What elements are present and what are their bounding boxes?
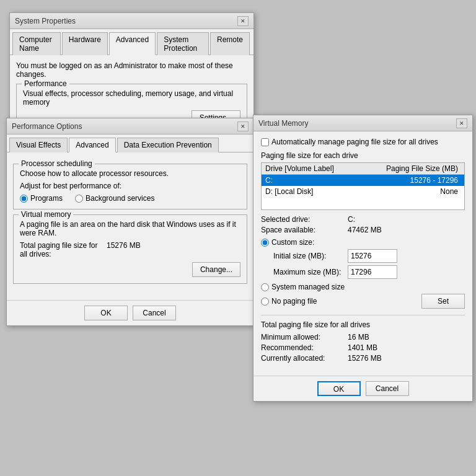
sys-props-close-btn[interactable]: ✕ — [237, 16, 249, 26]
virt-mem-ok-btn[interactable]: OK — [317, 381, 361, 396]
virt-mem-group-label: Virtual memory — [19, 210, 73, 219]
system-managed-label: System managed size — [271, 283, 345, 291]
sys-props-title: System Properties — [15, 17, 76, 25]
drive-list-header: Drive [Volume Label] Paging File Size (M… — [262, 163, 464, 175]
no-paging-label: No paging file — [271, 297, 317, 306]
selected-drive-value: C: — [348, 215, 355, 224]
total-paging-group: Total paging file size for all drives Mi… — [261, 315, 465, 363]
radio-programs[interactable]: Programs — [20, 194, 63, 203]
col-drive: Drive [Volume Label] — [262, 163, 362, 174]
tab-advanced-perf[interactable]: Advanced — [69, 138, 115, 152]
perf-opts-cancel-btn[interactable]: Cancel — [133, 306, 176, 320]
tab-system-protection[interactable]: System Protection — [157, 32, 209, 55]
virt-mem-title: Virtual Memory — [258, 119, 308, 128]
total-paging-row: Total paging file size for all drives: 1… — [20, 241, 240, 258]
drive-row-d[interactable]: D: [Local Disk] None — [262, 186, 464, 197]
selected-drive-info: Selected drive: C: Space available: 4746… — [261, 215, 465, 234]
drive-d-label: D: [Local Disk] — [262, 186, 362, 197]
performance-description: Visual effects, processor scheduling, me… — [23, 89, 240, 107]
max-size-row: Maximum size (MB): 17296 — [273, 265, 465, 279]
no-paging-radio[interactable] — [261, 298, 269, 306]
tab-visual-effects[interactable]: Visual Effects — [9, 138, 68, 152]
perf-opts-btn-row: OK Cancel — [7, 300, 253, 325]
radio-programs-label: Programs — [30, 194, 63, 203]
performance-options-window: Performance Options ✕ Visual Effects Adv… — [6, 118, 254, 326]
custom-size-radio-label[interactable]: Custom size: — [261, 238, 465, 247]
initial-size-label: Initial size (MB): — [273, 252, 348, 260]
sys-props-tab-bar: Computer Name Hardware Advanced System P… — [10, 29, 253, 55]
total-paging-group-label: Total paging file size for all drives — [261, 320, 465, 329]
sys-props-controls: ✕ — [237, 16, 249, 26]
drive-c-label: C: — [262, 175, 362, 186]
radio-background[interactable]: Background services — [75, 194, 154, 203]
radio-background-input[interactable] — [75, 195, 83, 203]
change-button[interactable]: Change... — [192, 262, 240, 277]
min-allowed-value: 16 MB — [348, 333, 369, 342]
perf-opts-controls: ✕ — [237, 121, 249, 131]
auto-manage-label: Automatically manage paging file size fo… — [271, 138, 438, 146]
custom-size-radio[interactable] — [261, 239, 269, 247]
virt-mem-btn-row: OK Cancel — [253, 376, 472, 401]
system-managed-radio-label[interactable]: System managed size — [261, 283, 465, 291]
drive-c-size: 15276 - 17296 — [362, 175, 465, 186]
radio-background-label: Background services — [86, 194, 154, 203]
total-paging-label: Total paging file size for all drives: — [20, 241, 107, 258]
proc-sched-label: Processor scheduling — [19, 159, 95, 168]
space-available-label: Space available: — [261, 226, 348, 234]
perf-opts-close-btn[interactable]: ✕ — [237, 121, 249, 131]
initial-size-row: Initial size (MB): 15276 — [273, 249, 465, 263]
paging-group-label: Paging file size for each drive — [261, 151, 465, 160]
tab-advanced[interactable]: Advanced — [109, 32, 156, 55]
col-size: Paging File Size (MB) — [362, 163, 465, 174]
virtual-memory-group: Virtual memory A paging file is an area … — [13, 214, 247, 284]
tab-hardware[interactable]: Hardware — [62, 32, 108, 55]
auto-manage-checkbox[interactable] — [261, 138, 269, 146]
drive-list: Drive [Volume Label] Paging File Size (M… — [261, 162, 465, 210]
currently-allocated-label: Currently allocated: — [261, 354, 348, 363]
no-paging-radio-label[interactable]: No paging file — [261, 297, 317, 306]
tab-dep[interactable]: Data Execution Prevention — [117, 138, 219, 152]
virt-mem-description: A paging file is an area on the hard dis… — [20, 220, 240, 237]
tab-computer-name[interactable]: Computer Name — [12, 32, 61, 55]
auto-manage-checkbox-label[interactable]: Automatically manage paging file size fo… — [261, 138, 465, 146]
space-available-row: Space available: 47462 MB — [261, 226, 465, 234]
perf-opts-tab-bar: Visual Effects Advanced Data Execution P… — [7, 134, 253, 152]
system-managed-radio[interactable] — [261, 283, 269, 291]
min-allowed-label: Minimum allowed: — [261, 333, 348, 342]
set-button[interactable]: Set — [421, 294, 465, 309]
currently-allocated-value: 15276 MB — [348, 354, 382, 363]
perf-opts-title-bar: Performance Options ✕ — [7, 118, 253, 134]
max-size-input[interactable]: 17296 — [348, 265, 397, 279]
recommended-value: 1401 MB — [348, 343, 377, 352]
virt-mem-title-bar: Virtual Memory ✕ — [253, 115, 472, 131]
virt-mem-controls: ✕ — [456, 118, 467, 128]
max-size-label: Maximum size (MB): — [273, 268, 348, 276]
radio-programs-input[interactable] — [20, 195, 28, 203]
recommended-label: Recommended: — [261, 343, 348, 352]
proc-sched-radio-group: Programs Background services — [20, 194, 240, 203]
total-paging-value: 15276 MB — [107, 241, 141, 258]
selected-drive-row: Selected drive: C: — [261, 215, 465, 224]
tab-remote[interactable]: Remote — [210, 32, 250, 55]
proc-sched-description: Choose how to allocate processor resourc… — [20, 169, 240, 178]
perf-opts-ok-btn[interactable]: OK — [84, 306, 128, 320]
performance-group-label: Performance — [22, 79, 69, 88]
custom-size-label: Custom size: — [271, 238, 314, 247]
drive-row-c[interactable]: C: 15276 - 17296 — [262, 175, 464, 186]
selected-drive-label: Selected drive: — [261, 215, 348, 224]
admin-alert-text: You must be logged on as an Administrato… — [16, 61, 247, 79]
virt-mem-close-btn[interactable]: ✕ — [456, 118, 467, 128]
initial-size-input[interactable]: 15276 — [348, 249, 397, 263]
min-allowed-row: Minimum allowed: 16 MB — [261, 333, 465, 342]
virt-mem-content: Automatically manage paging file size fo… — [253, 131, 472, 371]
adjust-label: Adjust for best performance of: — [20, 182, 240, 190]
perf-opts-content: Processor scheduling Choose how to alloc… — [7, 152, 253, 295]
processor-scheduling-group: Processor scheduling Choose how to alloc… — [13, 164, 247, 209]
virt-mem-cancel-btn[interactable]: Cancel — [366, 381, 409, 396]
perf-opts-title: Performance Options — [12, 122, 82, 131]
currently-allocated-row: Currently allocated: 15276 MB — [261, 354, 465, 363]
drive-d-size: None — [362, 186, 465, 197]
sys-props-title-bar: System Properties ✕ — [10, 13, 253, 29]
virtual-memory-window: Virtual Memory ✕ Automatically manage pa… — [253, 115, 473, 402]
recommended-row: Recommended: 1401 MB — [261, 343, 465, 352]
